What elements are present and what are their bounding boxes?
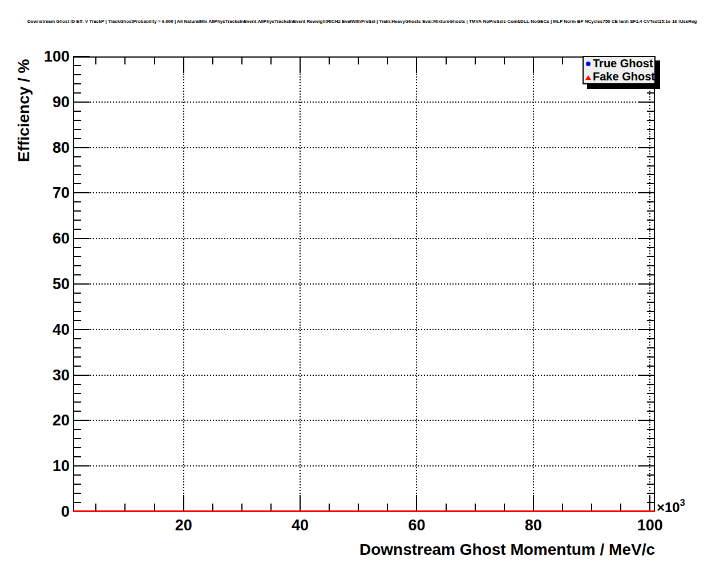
legend-label: True Ghost — [593, 57, 653, 70]
plot-area — [73, 56, 655, 512]
horizontal-gridline — [73, 147, 655, 148]
y-tick-labels: 0102030405060708090100 — [0, 56, 70, 512]
y-tick-label: 20 — [0, 411, 70, 429]
x-tick-labels: 20406080100 — [73, 517, 655, 537]
legend-label: Fake Ghost — [593, 70, 655, 83]
horizontal-gridline — [73, 465, 655, 466]
horizontal-gridline — [73, 375, 655, 376]
x-axis-title: Downstream Ghost Momentum / MeV/c — [359, 541, 655, 559]
x-axis-multiplier: ×103 — [657, 499, 685, 516]
root-canvas: Downstream Ghost ID Eff. V TrackP | Trac… — [0, 0, 728, 568]
multiplier-base: ×10 — [657, 500, 680, 515]
y-tick-label: 90 — [0, 93, 70, 111]
plot-title: Downstream Ghost ID Eff. V TrackP | Trac… — [27, 19, 697, 24]
y-tick-label: 50 — [0, 275, 70, 293]
horizontal-gridline — [73, 420, 655, 421]
y-tick-label: 10 — [0, 457, 70, 475]
x-tick-label: 40 — [292, 517, 309, 534]
multiplier-exponent: 3 — [680, 498, 685, 508]
y-tick-label: 30 — [0, 366, 70, 384]
horizontal-gridline — [73, 329, 655, 330]
y-tick-label: 100 — [0, 47, 70, 66]
legend-entry-true-ghost: True Ghost — [584, 57, 654, 70]
horizontal-gridline — [73, 102, 655, 103]
y-tick-label: 60 — [0, 229, 70, 248]
horizontal-gridline — [73, 283, 655, 285]
x-tick-label: 100 — [637, 517, 663, 534]
y-tick-label: 80 — [0, 139, 70, 157]
y-tick-label: 70 — [0, 184, 70, 202]
y-tick-label: 0 — [0, 502, 70, 521]
legend-entry-fake-ghost: Fake Ghost — [584, 70, 654, 83]
x-tick-label: 60 — [408, 517, 425, 534]
x-tick-label: 80 — [525, 517, 542, 534]
x-tick-label: 20 — [175, 517, 192, 534]
y-tick-label: 40 — [0, 320, 70, 339]
fake-ghost-zero-line — [73, 510, 655, 512]
legend: True Ghost Fake Ghost — [583, 56, 656, 84]
horizontal-gridline — [73, 192, 655, 193]
horizontal-gridline — [73, 238, 655, 239]
